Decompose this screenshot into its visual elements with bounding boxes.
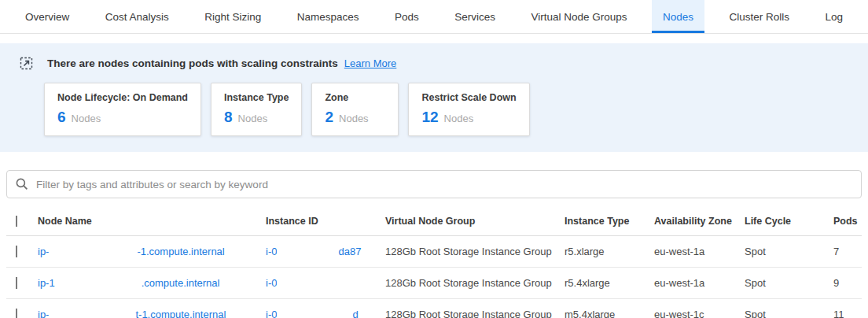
card-zone[interactable]: Zone 2 Nodes	[311, 83, 399, 136]
instance-id: i-0da87	[266, 246, 385, 258]
constraint-summary-cards: Node Lifecycle: On Demand 6 Nodes Instan…	[44, 83, 849, 136]
tab-nodes[interactable]: Nodes	[652, 0, 704, 33]
node-name-link[interactable]: ip--1.compute.internal	[38, 246, 266, 258]
learn-more-link[interactable]: Learn More	[344, 57, 396, 69]
instance-type: m5.4xlarge	[565, 309, 654, 318]
instance-type: r5.xlarge	[565, 246, 654, 257]
tab-overview[interactable]: Overview	[14, 0, 80, 33]
node-name-link[interactable]: ip-t-1.compute.internal	[38, 309, 266, 318]
scaling-constraints-banner: There are nodes containing pods with sca…	[20, 57, 849, 70]
virtual-node-group: 128Gb Root Storage Instance Group	[385, 309, 565, 318]
card-unit: Nodes	[238, 113, 268, 124]
pods-count: 7	[833, 246, 862, 257]
node-name-link[interactable]: ip-1.compute.internal	[38, 277, 266, 290]
card-unit: Nodes	[444, 113, 474, 124]
select-all-checkbox[interactable]	[16, 216, 17, 227]
card-value: 2	[325, 109, 333, 126]
virtual-node-group: 128Gb Root Storage Instance Group	[385, 246, 565, 257]
col-header-life-cycle[interactable]: Life Cycle	[745, 216, 833, 227]
col-header-node-name[interactable]: Node Name	[38, 216, 266, 227]
availability-zone: eu-west-1a	[654, 246, 745, 257]
life-cycle: Spot	[745, 246, 833, 257]
card-title: Node Lifecycle: On Demand	[57, 92, 188, 103]
row-checkbox[interactable]	[16, 277, 17, 289]
tab-namespaces[interactable]: Namespaces	[286, 0, 370, 33]
tab-cost-analysis[interactable]: Cost Analysis	[94, 0, 180, 33]
banner-message: There are nodes containing pods with sca…	[47, 57, 338, 69]
col-header-instance-type[interactable]: Instance Type	[565, 216, 654, 227]
virtual-node-group: 128Gb Root Storage Instance Group	[385, 277, 565, 289]
col-header-virtual-node-group[interactable]: Virtual Node Group	[385, 216, 565, 227]
instance-id: i-0d	[266, 309, 385, 318]
availability-zone: eu-west-1a	[654, 277, 745, 289]
pods-count: 9	[833, 277, 862, 289]
card-title: Zone	[325, 92, 385, 103]
card-unit: Nodes	[339, 113, 369, 124]
card-title: Instance Type	[224, 92, 289, 103]
tab-right-sizing[interactable]: Right Sizing	[193, 0, 272, 33]
cluster-tab-bar: Overview Cost Analysis Right Sizing Name…	[0, 0, 868, 34]
card-node-lifecycle-on-demand[interactable]: Node Lifecycle: On Demand 6 Nodes	[44, 83, 201, 136]
card-restrict-scale-down[interactable]: Restrict Scale Down 12 Nodes	[408, 83, 529, 136]
card-instance-type[interactable]: Instance Type 8 Nodes	[211, 83, 302, 136]
instance-type: r5.4xlarge	[565, 277, 654, 289]
card-value: 12	[421, 109, 438, 126]
card-unit: Nodes	[72, 113, 101, 124]
card-title: Restrict Scale Down	[421, 92, 516, 103]
tab-pods[interactable]: Pods	[384, 0, 430, 33]
pods-count: 11	[833, 309, 862, 318]
table-row[interactable]: ip-t-1.compute.internal i-0d 128Gb Root …	[6, 299, 862, 318]
nodes-table: Node Name Instance ID Virtual Node Group…	[6, 206, 862, 318]
table-header-row: Node Name Instance ID Virtual Node Group…	[6, 206, 862, 236]
row-checkbox[interactable]	[16, 309, 17, 318]
row-checkbox[interactable]	[16, 246, 17, 257]
life-cycle: Spot	[745, 309, 833, 318]
table-row[interactable]: ip-1.compute.internal i-0 128Gb Root Sto…	[6, 268, 862, 299]
table-row[interactable]: ip--1.compute.internal i-0da87 128Gb Roo…	[6, 236, 862, 268]
tab-services[interactable]: Services	[443, 0, 506, 33]
card-value: 8	[224, 109, 233, 126]
tab-cluster-rolls[interactable]: Cluster Rolls	[718, 0, 800, 33]
col-header-pods[interactable]: Pods	[833, 216, 862, 227]
search-icon	[15, 177, 29, 191]
search-input[interactable]	[36, 179, 853, 190]
tab-virtual-node-groups[interactable]: Virtual Node Groups	[520, 0, 638, 33]
filter-search-box	[6, 170, 862, 198]
scale-constraint-icon	[20, 57, 33, 70]
instance-id: i-0	[266, 277, 385, 290]
col-header-availability-zone[interactable]: Availability Zone	[654, 216, 745, 227]
scaling-constraints-panel: There are nodes containing pods with sca…	[0, 43, 868, 152]
tab-log[interactable]: Log	[814, 0, 854, 33]
availability-zone: eu-west-1c	[654, 309, 745, 318]
card-value: 6	[57, 109, 66, 126]
col-header-instance-id[interactable]: Instance ID	[266, 216, 385, 227]
life-cycle: Spot	[745, 277, 833, 289]
